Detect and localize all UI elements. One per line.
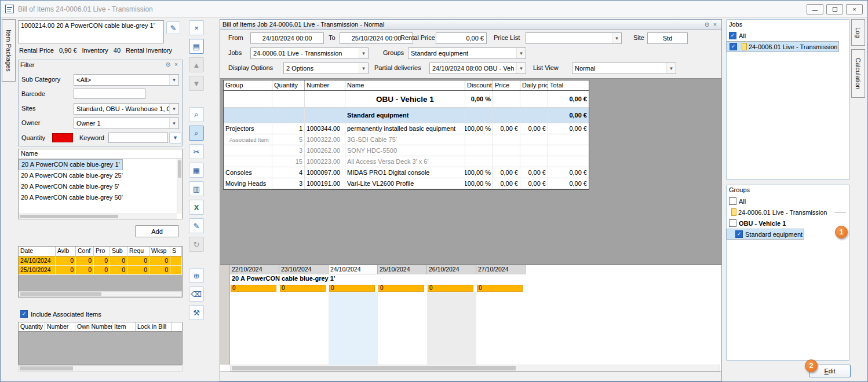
table-row[interactable]: Standard equipment0,00 € [224, 108, 589, 123]
table-row[interactable]: OBU - Vehicle 10,00 %0,00 € [224, 91, 589, 108]
add-button[interactable]: Add [135, 225, 179, 237]
close-panel-icon[interactable]: × [711, 21, 719, 28]
timeline-date-header[interactable]: 22/10/2024 [230, 265, 279, 274]
timeline-date-header[interactable]: 27/10/2024 [476, 265, 526, 274]
owner-select[interactable]: Owner 1 ▾ [74, 117, 179, 129]
list-item[interactable]: 20 A PowerCON cable blue-grey 1' [19, 159, 123, 170]
scrollbar-thumb[interactable] [20, 215, 118, 218]
rental-price-input[interactable]: 0,00 € [436, 32, 487, 44]
display-options-select[interactable]: 2 Options ▾ [283, 63, 369, 74]
table-row[interactable]: Moving Heads31000191.00Vari-Lite VL2600 … [224, 178, 589, 189]
table-row[interactable]: 31000262.00SONY HDC-5500 [224, 145, 589, 156]
list-item[interactable]: All [727, 196, 849, 207]
partial-deliveries-select[interactable]: 24/10/2024 08:00 OBU - Veh ▾ [429, 63, 526, 74]
add-circle-icon[interactable]: ⊕ [189, 268, 204, 283]
horizontal-scrollbar[interactable] [19, 214, 177, 219]
scrollbar-thumb[interactable] [178, 160, 181, 178]
table-row[interactable]: Associated Item51000322.003G-SDI Cable 7… [224, 134, 589, 145]
zoom-icon[interactable]: ⌕ [189, 126, 204, 141]
edit-item-button[interactable]: ✎ [166, 21, 180, 34]
document-icon[interactable]: ▤ [189, 39, 204, 54]
list-item[interactable]: 20 A PowerCON cable blue-grey 5' [19, 181, 177, 192]
current-item-field[interactable]: 1000214.00 20 A PowerCON cable blue-grey… [18, 20, 164, 43]
timeline-bar[interactable]: 0 [329, 285, 375, 292]
column-header[interactable]: Name [345, 80, 465, 90]
zoom-in-icon[interactable]: ⌕ [189, 107, 204, 122]
trash-icon[interactable]: ⌫ [189, 286, 204, 302]
vertical-scrollbar[interactable] [177, 159, 182, 214]
from-input[interactable]: 24/10/2024 00:00 [250, 32, 324, 44]
item-checkbox[interactable]: ✓ [735, 230, 743, 238]
horizontal-scrollbar[interactable] [230, 365, 720, 372]
scrollbar-thumb[interactable] [20, 366, 73, 370]
scrollbar-thumb[interactable] [20, 292, 101, 296]
item-checkbox[interactable] [729, 219, 736, 227]
price-list-select[interactable]: ▾ [526, 32, 622, 44]
column-header[interactable]: S [170, 247, 182, 256]
timeline-date-header[interactable]: 23/10/2024 [279, 265, 329, 274]
tab-log[interactable]: Log [851, 19, 865, 46]
column-header[interactable]: Sub [110, 247, 127, 256]
column-header[interactable]: Price [493, 80, 520, 90]
column-header[interactable]: Total [548, 80, 589, 90]
table-row[interactable]: 25/10/2024000000 [19, 266, 182, 275]
list-item[interactable]: ✓All [727, 30, 849, 41]
bt-col-header[interactable]: Item [112, 322, 136, 331]
table-row[interactable]: 151000223.00All Access Versa Deck 3' x 6… [224, 156, 589, 167]
include-associated-checkbox[interactable]: ✓ [20, 310, 28, 318]
cut-icon[interactable]: ✂ [189, 144, 204, 159]
column-header[interactable]: Pro [94, 247, 110, 256]
column-header[interactable]: Wksp [149, 247, 170, 256]
timeline-bar[interactable]: 0 [477, 285, 523, 292]
bt-col-header[interactable]: Quantity [19, 322, 45, 331]
barcode-input[interactable] [74, 89, 145, 99]
sites-select[interactable]: Standard, OBU - Warehouse 1, OBU ▾ [74, 103, 179, 115]
close-filter-icon[interactable]: × [172, 61, 180, 68]
tools-icon[interactable]: ⚒ [189, 305, 204, 320]
paste-icon[interactable]: ▥ [189, 181, 204, 196]
column-header[interactable]: Number [305, 80, 345, 90]
groups-select[interactable]: Standard equipment ▾ [408, 47, 526, 59]
copy-icon[interactable]: ▦ [189, 163, 204, 178]
list-item[interactable]: ✓24-0006.01 Live - Transmission [727, 41, 839, 52]
list-item[interactable]: OBU - Vehicle 1 [727, 218, 849, 229]
move-down-icon[interactable]: ▼ [189, 76, 204, 91]
column-header[interactable]: Group [224, 80, 272, 90]
maximize-button[interactable] [826, 4, 843, 14]
table-row[interactable]: Consoles41000097.00MIDAS PRO1 Digital co… [224, 167, 589, 178]
list-item[interactable]: ✓Standard equipment [727, 229, 804, 240]
list-item[interactable]: 20 A PowerCON cable blue-grey 25' [19, 170, 177, 181]
sub-category-select[interactable]: <All> ▾ [74, 74, 179, 86]
close-button[interactable]: × [846, 4, 863, 14]
column-header[interactable]: Date [19, 247, 56, 256]
timeline-date-header[interactable]: 24/10/2024 [329, 265, 378, 274]
table-row[interactable]: 24/10/2024000000 [19, 256, 182, 266]
bt-col-header[interactable]: Number [45, 322, 75, 331]
item-checkbox[interactable]: ✓ [730, 43, 737, 50]
timeline-date-header[interactable]: 26/10/2024 [427, 265, 476, 274]
bt-col-header[interactable]: Own Number [75, 322, 112, 331]
horizontal-scrollbar[interactable] [19, 291, 182, 297]
move-up-icon[interactable]: ▲ [189, 57, 204, 72]
pin-icon[interactable]: ⊙ [164, 61, 172, 68]
timeline-bar[interactable]: 0 [378, 285, 424, 292]
timeline-bar[interactable]: 0 [280, 285, 326, 292]
column-header[interactable]: Discount [465, 80, 493, 90]
pen-icon[interactable]: ✎ [189, 218, 204, 233]
horizontal-scrollbar[interactable] [18, 365, 183, 372]
list-view-select[interactable]: Normal ▾ [572, 63, 676, 74]
bt-col-header[interactable]: Lock in Bill [136, 322, 172, 331]
minimize-button[interactable] [807, 4, 823, 14]
pin-icon[interactable]: ⊙ [703, 21, 711, 28]
keyword-input[interactable] [108, 133, 168, 143]
column-header[interactable]: Avlb [56, 247, 76, 256]
timeline-bar[interactable]: 0 [428, 285, 473, 292]
tab-calculation[interactable]: Calculation [851, 49, 865, 98]
column-header[interactable]: Conf [76, 247, 94, 256]
table-row[interactable]: Projectors11000344.00permanently install… [224, 123, 589, 134]
column-header[interactable]: Daily price [520, 80, 548, 90]
scrollbar-thumb[interactable] [232, 366, 516, 370]
column-header[interactable]: Quantity [272, 80, 305, 90]
quantity-input[interactable] [52, 133, 73, 142]
name-column-header[interactable]: Name [19, 149, 182, 159]
